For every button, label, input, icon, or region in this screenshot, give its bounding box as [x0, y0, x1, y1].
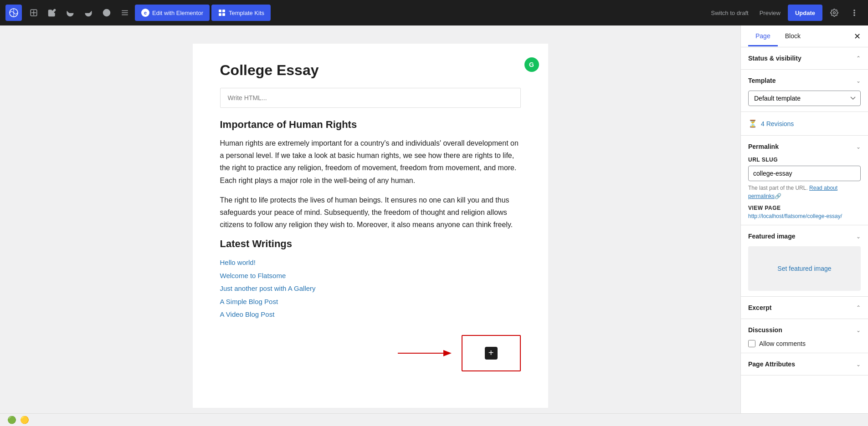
- arrow-indicator: [398, 346, 452, 360]
- link-video-blog-post[interactable]: A Video Blog Post: [220, 308, 521, 321]
- elementor-icon: e: [141, 9, 149, 17]
- grammarly-bottom-icon: 🟢: [7, 416, 16, 424]
- grammarly-indicator: G: [524, 57, 539, 72]
- add-new-block-button[interactable]: +: [462, 335, 521, 371]
- redo-button[interactable]: [80, 5, 97, 21]
- info-icon: [103, 9, 111, 17]
- template-kits-icon: [218, 9, 226, 17]
- bottom-bar: 🟢 🟡: [0, 413, 868, 426]
- page-title-input[interactable]: [220, 62, 521, 79]
- template-title: Template: [748, 77, 776, 84]
- excerpt-section: Excerpt ⌃: [741, 297, 868, 319]
- excerpt-chevron: ⌃: [856, 304, 861, 311]
- status-visibility-title: Status & visibility: [748, 55, 801, 62]
- right-sidebar: Page Block ✕ Status & visibility ⌃ Templ…: [740, 25, 868, 413]
- revisions-link[interactable]: 4 Revisions: [761, 120, 794, 127]
- sidebar-close-button[interactable]: ✕: [854, 31, 861, 41]
- list-icon: [121, 9, 129, 17]
- template-select[interactable]: Default template Full Width No Header No…: [748, 91, 861, 106]
- svg-marker-20: [443, 350, 452, 356]
- bottom-icon-2: 🟡: [20, 416, 29, 424]
- html-input[interactable]: [228, 94, 513, 101]
- more-vertical-icon: [850, 9, 858, 17]
- wp-logo-icon: [9, 8, 18, 17]
- permalink-chevron: ⌃: [856, 143, 861, 150]
- edit-pen-button[interactable]: [44, 5, 60, 21]
- url-slug-input[interactable]: [748, 166, 861, 181]
- permalink-header[interactable]: Permalink ⌃: [748, 141, 861, 152]
- undo-icon: [66, 9, 74, 17]
- section-heading-human-rights: Importance of Human Rights: [220, 119, 521, 131]
- svg-point-17: [854, 12, 855, 13]
- links-section: Hello world! Welcome to Flatsome Just an…: [220, 256, 521, 321]
- paragraph-human-rights-1: Human rights are extremely important for…: [220, 137, 521, 187]
- status-visibility-header[interactable]: Status & visibility ⌃: [748, 53, 861, 64]
- page-attributes-header[interactable]: Page Attributes ⌃: [748, 359, 861, 370]
- more-settings-button[interactable]: [846, 5, 863, 21]
- discussion-section: Discussion ⌃ Allow comments: [741, 319, 868, 353]
- featured-image-section: Featured image ⌃ Set featured image: [741, 225, 868, 297]
- page-attributes-chevron: ⌃: [856, 361, 861, 367]
- pen-icon: [48, 9, 56, 17]
- undo-button[interactable]: [62, 5, 78, 21]
- page-attributes-section: Page Attributes ⌃: [741, 353, 868, 375]
- set-featured-image-button[interactable]: Set featured image: [748, 246, 861, 291]
- top-toolbar: e Edit with Elementor Template Kits Swit…: [0, 0, 868, 25]
- preview-button[interactable]: Preview: [756, 5, 784, 21]
- svg-point-18: [854, 15, 855, 15]
- template-kits-button-label: Template Kits: [229, 10, 264, 16]
- details-button[interactable]: [117, 5, 133, 21]
- gear-icon: [830, 9, 838, 17]
- template-chevron: ⌃: [856, 77, 861, 84]
- set-featured-image-label: Set featured image: [777, 265, 831, 272]
- section-heading-latest-writings: Latest Writings: [220, 238, 521, 250]
- settings-button[interactable]: [826, 5, 842, 21]
- switch-to-draft-button[interactable]: Switch to draft: [707, 5, 752, 21]
- editor-area: G Importance of Human Rights Human right…: [0, 25, 740, 413]
- discussion-header[interactable]: Discussion ⌃: [748, 325, 861, 335]
- plus-icon: [30, 9, 38, 17]
- elementor-button-label: Edit with Elementor: [152, 10, 203, 16]
- discussion-title: Discussion: [748, 326, 782, 334]
- allow-comments-row: Allow comments: [748, 340, 861, 347]
- view-page-link[interactable]: http://localhost/flatsome/college-essay/: [748, 213, 861, 219]
- revisions-section: ⏳ 4 Revisions: [741, 112, 868, 136]
- discussion-chevron: ⌃: [856, 327, 861, 333]
- link-simple-blog-post[interactable]: A Simple Blog Post: [220, 295, 521, 309]
- link-welcome-flatsome[interactable]: Welcome to Flatsome: [220, 269, 521, 283]
- page-attributes-title: Page Attributes: [748, 360, 795, 368]
- template-section: Template ⌃ Default template Full Width N…: [741, 70, 868, 112]
- template-header[interactable]: Template ⌃: [748, 75, 861, 86]
- allow-comments-checkbox[interactable]: [748, 340, 755, 347]
- svg-point-16: [854, 10, 855, 11]
- sidebar-header: Page Block ✕: [741, 25, 868, 47]
- allow-comments-label[interactable]: Allow comments: [759, 340, 806, 347]
- svg-rect-13: [219, 13, 221, 16]
- template-kits-svg: [218, 9, 226, 16]
- revisions-header[interactable]: ⏳ 4 Revisions: [748, 117, 861, 130]
- toolbar-left-group: e Edit with Elementor Template Kits: [5, 5, 271, 21]
- excerpt-header[interactable]: Excerpt ⌃: [748, 302, 861, 313]
- link-hello-world[interactable]: Hello world!: [220, 256, 521, 269]
- permalink-content: URL Slug The last part of the URL. Read …: [748, 157, 861, 219]
- redo-icon: [84, 9, 92, 17]
- excerpt-title: Excerpt: [748, 304, 771, 311]
- featured-image-chevron: ⌃: [856, 233, 861, 239]
- html-block[interactable]: [220, 88, 521, 108]
- template-kits-button[interactable]: Template Kits: [211, 5, 271, 21]
- permalink-helper: The last part of the URL. Read about per…: [748, 184, 861, 200]
- svg-rect-11: [219, 10, 221, 12]
- revisions-clock-icon: ⏳: [748, 119, 757, 128]
- add-block-toolbar-button[interactable]: [26, 5, 42, 21]
- link-gallery-post[interactable]: Just another post with A Gallery: [220, 282, 521, 295]
- toolbar-right-group: Switch to draft Preview Update: [707, 5, 863, 21]
- update-button[interactable]: Update: [788, 5, 822, 21]
- featured-image-header[interactable]: Featured image ⌃: [748, 231, 861, 242]
- permalink-title: Permalink: [748, 143, 779, 150]
- featured-image-title: Featured image: [748, 233, 795, 240]
- wordpress-logo[interactable]: [5, 5, 22, 21]
- info-button[interactable]: [98, 5, 115, 21]
- tab-page[interactable]: Page: [748, 27, 778, 46]
- tab-block[interactable]: Block: [778, 27, 808, 46]
- edit-with-elementor-button[interactable]: e Edit with Elementor: [135, 5, 210, 21]
